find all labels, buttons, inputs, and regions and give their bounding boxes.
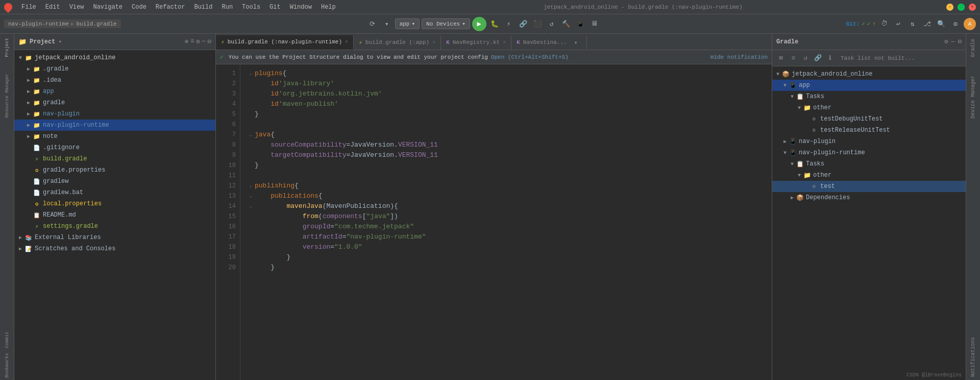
gear-icon[interactable]: ⊟	[208, 38, 211, 45]
gradle-app-module[interactable]: ▼ 📱 app	[772, 80, 966, 91]
notification-link[interactable]: Open (Ctrl+Alt+Shift+S)	[491, 54, 569, 60]
menu-navigate[interactable]: Navigate	[89, 3, 127, 12]
git-branch-icon[interactable]: ⎇	[921, 18, 933, 30]
gradle-nav-plugin[interactable]: ▶ 📱 nav-plugin	[772, 136, 966, 147]
settings-icon[interactable]: ⚙	[196, 38, 200, 45]
avatar-icon[interactable]: A	[964, 18, 976, 30]
tree-item-idea[interactable]: ▶ 📁 .idea	[14, 75, 215, 86]
tab-overflow[interactable]: ▾	[570, 37, 582, 48]
gradle-settings-icon[interactable]: ⚙	[944, 38, 948, 45]
menu-refactor[interactable]: Refactor	[152, 3, 189, 12]
gradle-test-release[interactable]: ⚙ testReleaseUnitTest	[772, 125, 966, 136]
git-history-icon[interactable]: ⏱	[878, 18, 890, 30]
git-merge-icon[interactable]: ⇅	[906, 18, 919, 30]
resource-manager-btn[interactable]: Resource Manager	[1, 72, 13, 120]
gradle-hide-icon[interactable]: —	[951, 38, 955, 45]
fold-14[interactable]: ⌄	[247, 201, 255, 211]
tree-item-ext-libs[interactable]: ▶ 📚 External Libraries	[14, 232, 215, 243]
device-selector[interactable]: No Devices ▾	[422, 18, 470, 29]
search-icon[interactable]: 🔍	[935, 18, 947, 30]
mirror-button[interactable]: 🖥	[589, 18, 601, 30]
gradle-expand-icon[interactable]: ⊞	[775, 53, 787, 64]
tree-item-gitignore[interactable]: 📄 .gitignore	[14, 142, 215, 153]
tab-navdestination[interactable]: K NavDestina... ▾	[511, 35, 587, 50]
menu-file[interactable]: File	[17, 3, 40, 12]
gradle-side-label[interactable]: Gradle	[969, 36, 977, 60]
gradle-info-icon[interactable]: ℹ	[824, 53, 836, 64]
sdk-button[interactable]: 📱	[574, 18, 586, 30]
tree-item-nav-plugin-runtime[interactable]: ▶ 📁 nav-plugin-runtime	[14, 120, 215, 131]
menu-code[interactable]: Code	[128, 3, 151, 12]
sync-button[interactable]: ↺	[546, 18, 558, 30]
tab-build-gradle-runtime[interactable]: ⚡ build.gradle (:nav-plugin-runtime) ×	[216, 35, 354, 50]
gradle-npr-tasks[interactable]: ▼ 📋 Tasks	[772, 158, 966, 170]
gradle-app-tasks[interactable]: ▼ 📋 Tasks	[772, 91, 966, 102]
gradle-nav-plugin-runtime[interactable]: ▼ 📱 nav-plugin-runtime	[772, 147, 966, 158]
gradle-root[interactable]: ▼ 📦 jetpack_android_online	[772, 68, 966, 80]
gradle-link-icon[interactable]: 🔗	[812, 53, 823, 64]
profile-button[interactable]: ⚡	[503, 18, 515, 30]
tree-item-gradle-props[interactable]: ⚙ gradle.properties	[14, 164, 215, 176]
tab-build-gradle-app[interactable]: ⚡ build.gradle (:app) ×	[354, 35, 441, 50]
gradle-npr-deps[interactable]: ▶ 📦 Dependencies	[772, 192, 966, 203]
menu-view[interactable]: View	[65, 3, 88, 12]
gradle-refresh-icon[interactable]: ↺	[800, 53, 811, 64]
git-check-icon[interactable]: ✓	[862, 20, 865, 27]
tab-close-2[interactable]: ×	[432, 40, 435, 45]
git-arrow-icon[interactable]: ↑	[872, 21, 876, 27]
tree-item-settings-gradle[interactable]: ⚡ settings.gradle	[14, 221, 215, 232]
project-tool-btn[interactable]: Project	[1, 36, 13, 59]
menu-edit[interactable]: Edit	[41, 3, 64, 12]
gradle-test-task[interactable]: ⚙ test	[772, 181, 966, 192]
tree-item-nav-plugin[interactable]: ▶ 📁 nav-plugin	[14, 108, 215, 120]
gradle-collapse-icon[interactable]: ≡	[788, 53, 799, 64]
tree-item-gradle-folder[interactable]: ▶ 📁 gradle	[14, 97, 215, 108]
gradle-min-icon[interactable]: ⊟	[958, 38, 962, 45]
menu-run[interactable]: Run	[217, 3, 237, 12]
stop-button[interactable]: ⬛	[531, 18, 544, 30]
tree-item-gradlew-bat[interactable]: 📄 gradlew.bat	[14, 187, 215, 198]
menu-window[interactable]: Window	[286, 3, 316, 12]
tree-item-gradle-dir[interactable]: ▶ 📁 .gradle	[14, 63, 215, 75]
minimize-button[interactable]: −	[946, 4, 953, 11]
tree-root[interactable]: ▼ 📁 jetpack_android_online	[14, 52, 215, 63]
tree-item-readme[interactable]: 📋 README.md	[14, 209, 215, 221]
debug-button[interactable]: 🐛	[488, 18, 501, 30]
vcs-icon[interactable]: ⟳	[366, 18, 379, 30]
tree-item-gradlew[interactable]: 📄 gradlew	[14, 176, 215, 187]
build-button[interactable]: 🔨	[560, 18, 572, 30]
tab-close-3[interactable]: ×	[503, 40, 506, 45]
tab-navregistry[interactable]: K NavRegistry.kt ×	[441, 35, 511, 50]
gradle-npr-other[interactable]: ▼ 📁 other	[772, 170, 966, 181]
menu-tools[interactable]: Tools	[238, 3, 264, 12]
fold-13[interactable]: ⌄	[247, 191, 255, 201]
git-check2-icon[interactable]: ✓	[867, 20, 871, 27]
hide-icon[interactable]: —	[202, 38, 206, 45]
bookmarks-btn[interactable]: Bookmarks	[1, 351, 13, 380]
project-dropdown[interactable]: ▾	[58, 38, 62, 45]
menu-git[interactable]: Git	[265, 3, 285, 12]
commit-btn[interactable]: Commit	[1, 329, 13, 350]
fold-1[interactable]: ⌄	[247, 68, 255, 79]
tree-item-build-gradle[interactable]: ⚡ build.gradle	[14, 153, 215, 164]
gradle-test-debug[interactable]: ⚙ testDebugUnitTest	[772, 113, 966, 125]
close-button[interactable]: ×	[969, 4, 976, 11]
attach-button[interactable]: 🔗	[517, 18, 529, 30]
code-content[interactable]: ⌄ plugins { id 'java-library' id 'org.je…	[240, 64, 772, 380]
settings-icon[interactable]: ⚙	[949, 18, 962, 30]
tree-item-local-props[interactable]: ⚙ local.properties	[14, 198, 215, 209]
menu-build[interactable]: Build	[190, 3, 216, 12]
gradle-app-other[interactable]: ▼ 📁 other	[772, 102, 966, 113]
tree-item-app[interactable]: ▶ 📁 app	[14, 86, 215, 97]
locate-icon[interactable]: ⊕	[185, 38, 188, 45]
menu-help[interactable]: Help	[317, 3, 340, 12]
vcs-dropdown[interactable]: ▾	[381, 18, 393, 30]
fold-12[interactable]: ⌄	[247, 181, 255, 191]
collapse-icon[interactable]: ≡	[190, 38, 194, 45]
run-button[interactable]: ▶	[472, 17, 486, 31]
git-revert-icon[interactable]: ↩	[892, 18, 904, 30]
app-selector[interactable]: app ▾	[395, 18, 420, 29]
device-manager-label[interactable]: Device Manager	[969, 73, 977, 122]
notifications-label[interactable]: Notifications	[969, 334, 977, 380]
fold-7[interactable]: ⌄	[247, 130, 255, 140]
